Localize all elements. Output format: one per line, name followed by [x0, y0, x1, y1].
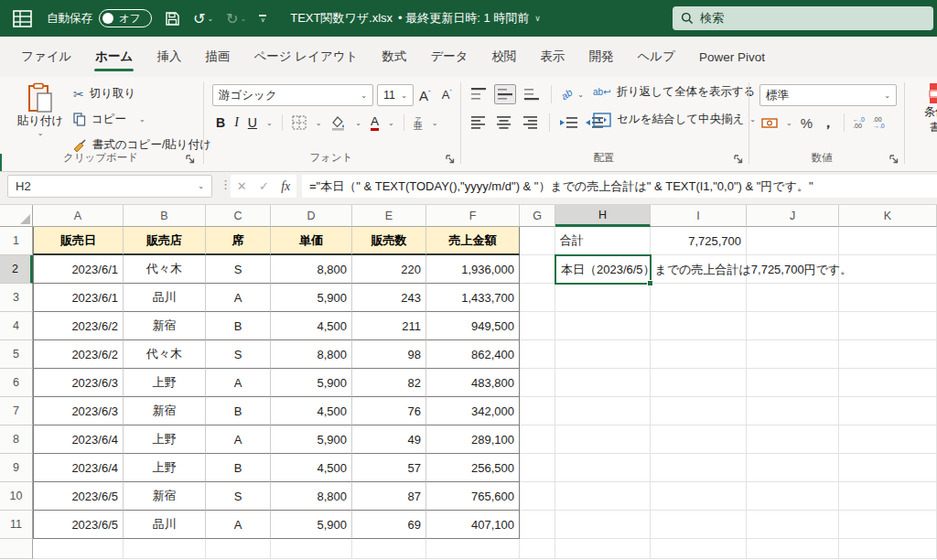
column-header-G[interactable]: G: [520, 205, 555, 227]
accounting-chevron-icon[interactable]: ⌄: [786, 119, 792, 127]
cell-J9[interactable]: [747, 454, 839, 482]
cell-I5[interactable]: [651, 340, 747, 369]
cell-C10[interactable]: S: [206, 482, 271, 511]
cell-G7[interactable]: [520, 397, 555, 425]
conditional-formatting-button[interactable]: 条件付 書式: [913, 82, 937, 135]
cell-K5[interactable]: [839, 340, 937, 369]
tab-挿入[interactable]: 挿入: [145, 37, 193, 77]
cell-J7[interactable]: [747, 397, 839, 425]
cell-A9[interactable]: 2023/6/4: [33, 454, 124, 482]
tab-Power Pivot[interactable]: Power Pivot: [687, 37, 777, 77]
column-header-E[interactable]: E: [352, 205, 426, 227]
row-header-3[interactable]: 3: [0, 284, 33, 312]
borders-chevron-icon[interactable]: ⌄: [316, 119, 322, 127]
cell-D11[interactable]: 5,900: [271, 511, 352, 539]
cell-A3[interactable]: 2023/6/1: [33, 284, 124, 312]
cell-E11[interactable]: 69: [352, 511, 426, 539]
cell-A11[interactable]: 2023/6/5: [33, 511, 124, 539]
cell-A1[interactable]: 販売日: [33, 227, 124, 255]
cell-F5[interactable]: 862,400: [426, 340, 520, 369]
cell-I1[interactable]: 7,725,700: [651, 227, 747, 255]
increase-font-size-icon[interactable]: Aˆ: [419, 88, 431, 103]
cell-D1[interactable]: 単価: [271, 227, 352, 255]
cell-K10[interactable]: [839, 482, 937, 511]
bold-button[interactable]: B: [216, 115, 225, 130]
number-format-select[interactable]: 標準 ⌄: [759, 84, 897, 106]
cell-E3[interactable]: 243: [352, 284, 426, 312]
column-header-B[interactable]: B: [124, 205, 206, 227]
cell-G4[interactable]: [520, 312, 555, 340]
column-header-C[interactable]: C: [206, 205, 271, 227]
cell-F11[interactable]: 407,100: [426, 511, 520, 539]
cell-K1[interactable]: [839, 227, 937, 255]
underline-button[interactable]: U: [248, 115, 257, 130]
underline-chevron-icon[interactable]: ⌄: [266, 119, 273, 127]
font-color-chevron-icon[interactable]: ⌄: [388, 119, 394, 127]
cell-H9[interactable]: [555, 454, 651, 482]
cell-E10[interactable]: 87: [352, 482, 426, 511]
cell-F8[interactable]: 289,100: [426, 425, 520, 454]
undo-button[interactable]: ↺ ⌄: [193, 10, 213, 27]
cell-J5[interactable]: [747, 340, 839, 369]
tab-校閲[interactable]: 校閲: [480, 37, 529, 77]
cell-E5[interactable]: 98: [352, 340, 426, 369]
cell-G6[interactable]: [520, 369, 555, 397]
cell-G1[interactable]: [520, 227, 555, 255]
cell-H6[interactable]: [555, 369, 651, 397]
cell-B5[interactable]: 代々木: [124, 340, 206, 369]
cell-B2[interactable]: 代々木: [124, 255, 206, 284]
cell-B7[interactable]: 新宿: [124, 397, 206, 425]
cell-D4[interactable]: 4,500: [271, 312, 352, 340]
cell-H10[interactable]: [555, 482, 651, 511]
cell-C6[interactable]: A: [206, 369, 271, 397]
increase-decimal-icon[interactable]: ←.0 .00: [853, 116, 865, 129]
row-header-9[interactable]: 9: [0, 454, 33, 482]
tab-開発[interactable]: 開発: [577, 37, 626, 77]
cell-J11[interactable]: [747, 511, 839, 539]
cell-A10[interactable]: 2023/6/5: [33, 482, 124, 511]
cell-I4[interactable]: [651, 312, 747, 340]
cell-G10[interactable]: [520, 482, 555, 511]
document-title[interactable]: TEXT関数ワザ.xlsx • 最終更新日時: 1 時間前 ∨: [290, 10, 541, 27]
document-title-chevron-icon[interactable]: ∨: [534, 14, 541, 23]
cell-F10[interactable]: 765,600: [426, 482, 520, 511]
customize-qat-icon[interactable]: ∨: [259, 15, 266, 21]
cell-C1[interactable]: 席: [206, 227, 271, 255]
row-header-11[interactable]: 11: [0, 511, 33, 539]
comma-style-icon[interactable]: ，: [821, 118, 835, 127]
phonetic-chevron-icon[interactable]: ⌄: [432, 119, 438, 127]
cell-E12[interactable]: [352, 539, 426, 559]
paste-chevron-icon[interactable]: ⌄: [38, 129, 44, 137]
cell-E8[interactable]: 49: [352, 425, 426, 454]
cell-J4[interactable]: [747, 312, 839, 340]
cell-J3[interactable]: [747, 284, 839, 312]
cell-H12[interactable]: [555, 539, 651, 559]
tab-ファイル[interactable]: ファイル: [9, 37, 83, 77]
formula-input[interactable]: ="本日（" & TEXT(TODAY(),"yyyy/m/d") & "）まで…: [302, 175, 937, 198]
column-header-A[interactable]: A: [33, 205, 124, 227]
cell-B4[interactable]: 新宿: [124, 312, 206, 340]
cell-G11[interactable]: [520, 511, 555, 539]
cell-C8[interactable]: A: [206, 425, 271, 454]
tab-数式[interactable]: 数式: [370, 37, 418, 77]
cell-E9[interactable]: 57: [352, 454, 426, 482]
copy-chevron-icon[interactable]: ⌄: [139, 115, 145, 124]
cell-K11[interactable]: [839, 511, 937, 539]
orientation-icon[interactable]: ab: [559, 87, 575, 102]
align-left-icon[interactable]: [468, 114, 489, 131]
cell-G9[interactable]: [520, 454, 555, 482]
cell-H8[interactable]: [555, 425, 651, 454]
cancel-icon[interactable]: ✕: [237, 179, 247, 193]
tab-ページ レイアウト[interactable]: ページ レイアウト: [242, 37, 370, 77]
cell-D8[interactable]: 5,900: [271, 425, 352, 454]
merge-center-button[interactable]: セルを結合して中央揃え ⌄: [593, 112, 756, 127]
fill-color-chevron-icon[interactable]: ⌄: [355, 119, 361, 127]
cell-A2[interactable]: 2023/6/1: [33, 255, 124, 284]
autosave-control[interactable]: 自動保存 オフ: [47, 9, 152, 27]
cell-C7[interactable]: B: [206, 397, 271, 425]
align-right-icon[interactable]: [520, 114, 540, 131]
cell-F1[interactable]: 売上金額: [426, 227, 520, 255]
decrease-indent-icon[interactable]: [559, 115, 579, 130]
column-header-F[interactable]: F: [426, 205, 520, 227]
cell-I6[interactable]: [651, 369, 747, 397]
